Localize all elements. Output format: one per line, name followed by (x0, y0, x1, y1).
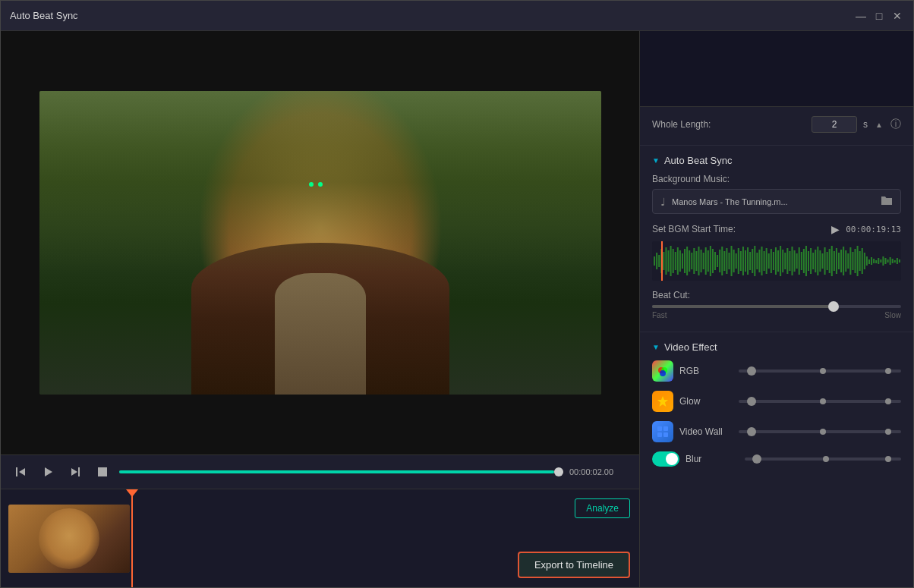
svg-rect-12 (677, 247, 679, 275)
beat-slider-fill (652, 305, 834, 308)
bgm-play-icon[interactable]: ▶ (831, 223, 840, 235)
svg-rect-35 (731, 246, 733, 276)
rgb-icon (652, 360, 673, 382)
svg-rect-84 (845, 250, 846, 272)
svg-point-110 (660, 370, 666, 376)
svg-rect-59 (786, 248, 788, 274)
blur-toggle[interactable] (652, 451, 679, 467)
svg-rect-27 (712, 249, 714, 273)
svg-rect-113 (663, 426, 668, 431)
stop-button[interactable] (92, 461, 113, 483)
svg-rect-13 (679, 250, 681, 272)
whole-length-input[interactable] (812, 116, 857, 133)
svg-rect-98 (878, 258, 879, 264)
waveform-container[interactable] (652, 241, 901, 281)
blur-slider-mid (823, 456, 829, 462)
svg-rect-41 (745, 250, 746, 272)
close-button[interactable]: ✕ (890, 9, 904, 23)
app-window: Auto Beat Sync — □ ✕ (0, 0, 914, 588)
svg-rect-11 (675, 252, 676, 270)
spinner-up[interactable]: ▲ (874, 121, 884, 129)
svg-rect-25 (708, 250, 709, 272)
svg-rect-80 (836, 248, 837, 274)
timeline-thumbnail (8, 505, 130, 573)
analyze-button[interactable]: Analyze (575, 498, 630, 518)
svg-rect-72 (817, 247, 818, 275)
svg-rect-114 (657, 432, 662, 437)
videowall-slider-end (885, 429, 891, 435)
svg-rect-50 (766, 248, 767, 274)
svg-rect-73 (819, 250, 821, 272)
beat-cut-slider[interactable]: Fast Slow (652, 305, 901, 319)
svg-rect-88 (855, 249, 856, 273)
svg-rect-99 (880, 259, 881, 263)
svg-rect-44 (752, 249, 753, 273)
svg-rect-75 (824, 247, 826, 275)
whole-length-section: Whole Length: s ▲ ⓘ (640, 107, 913, 146)
glow-slider[interactable] (739, 400, 901, 403)
svg-rect-112 (657, 426, 662, 431)
svg-rect-47 (758, 250, 760, 272)
right-top-area (640, 31, 913, 107)
svg-rect-16 (686, 247, 688, 275)
svg-rect-62 (794, 250, 796, 272)
svg-rect-31 (721, 247, 723, 275)
videowall-effect-row: Video Wall (652, 421, 901, 442)
svg-rect-2 (654, 256, 655, 266)
svg-rect-49 (764, 251, 765, 271)
window-title: Auto Beat Sync (10, 10, 78, 21)
blur-slider[interactable] (745, 458, 901, 461)
svg-rect-19 (693, 248, 695, 274)
svg-rect-48 (761, 247, 763, 275)
svg-rect-38 (738, 248, 739, 274)
svg-rect-3 (656, 253, 657, 269)
blur-label: Blur (686, 454, 739, 464)
progress-thumb (554, 467, 563, 476)
svg-rect-79 (834, 251, 835, 271)
timeline-marker-head (126, 489, 138, 497)
beat-slider-thumb (828, 301, 839, 312)
timeline-strip: Analyze Export to Timeline (1, 489, 639, 587)
svg-rect-94 (868, 259, 870, 264)
svg-rect-10 (673, 249, 674, 273)
play-button[interactable] (37, 461, 58, 483)
title-bar-left: Auto Beat Sync (10, 10, 78, 21)
export-to-timeline-button[interactable]: Export to Timeline (518, 552, 630, 578)
bgm-time-display: 00:00:19:13 (846, 225, 901, 234)
svg-rect-90 (859, 251, 861, 271)
svg-rect-100 (882, 256, 884, 266)
minimize-button[interactable]: — (854, 9, 868, 23)
whole-length-label: Whole Length: (652, 119, 805, 130)
svg-rect-20 (695, 251, 697, 271)
svg-rect-7 (665, 247, 667, 275)
step-forward-button[interactable] (65, 461, 86, 483)
svg-rect-56 (780, 246, 781, 276)
svg-rect-106 (897, 258, 898, 264)
svg-rect-22 (701, 250, 702, 272)
tracking-dot (309, 182, 314, 187)
skip-back-button[interactable] (10, 461, 31, 483)
svg-rect-54 (775, 247, 777, 275)
svg-rect-92 (864, 253, 865, 269)
glow-effect-row: Glow (652, 391, 901, 412)
rgb-slider[interactable] (739, 369, 901, 373)
folder-icon[interactable] (881, 194, 893, 209)
maximize-button[interactable]: □ (872, 9, 886, 23)
right-panel: Whole Length: s ▲ ⓘ ▼ Auto Beat Sync Bac… (640, 31, 913, 587)
help-icon[interactable]: ⓘ (890, 118, 901, 131)
auto-beat-sync-section: ▼ Auto Beat Sync Background Music: ♩ Man… (640, 146, 913, 332)
svg-rect-91 (862, 248, 863, 274)
svg-rect-15 (684, 249, 686, 273)
progress-bar[interactable] (119, 470, 563, 473)
svg-rect-96 (873, 259, 875, 263)
blur-toggle-thumb (666, 453, 678, 465)
svg-rect-0 (98, 467, 107, 476)
videowall-slider[interactable] (739, 430, 901, 433)
glow-icon (652, 391, 673, 412)
svg-rect-66 (803, 249, 805, 273)
svg-rect-24 (705, 247, 707, 275)
beat-fast-label: Fast (652, 311, 667, 319)
svg-marker-111 (657, 396, 668, 407)
music-filename: Manos Mars - The Tunning.m... (672, 197, 875, 206)
svg-rect-97 (875, 260, 877, 263)
